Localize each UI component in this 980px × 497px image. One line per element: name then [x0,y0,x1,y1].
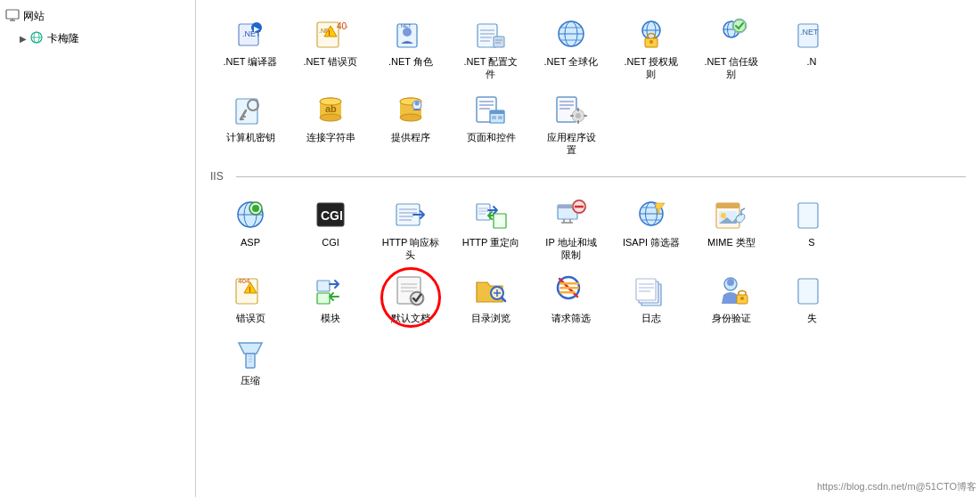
icon-isapi-filter[interactable]: ISAPI 筛选器 [611,190,691,265]
dotnet-trust-label: .NET 信任级别 [705,55,759,81]
svg-rect-70 [559,108,570,110]
dotnet-compiler-icon: .NET ▶ [233,16,268,52]
icon-dotnet-role[interactable]: .NET .NET 角色 [371,9,451,85]
compress-icon [233,335,268,371]
icon-dir-browse[interactable]: 目录浏览 [451,265,531,328]
http-response-icon [393,197,429,232]
dotnet-config-label: .NET 配置文件 [464,55,519,81]
icon-http-redirect[interactable]: HTTP 重定向 [451,190,531,265]
icon-app-settings[interactable]: 应用程序设置 [531,85,611,160]
icon-cgi[interactable]: CGI CGI [290,190,371,265]
svg-point-35 [649,40,653,44]
iis-extra-label: S [808,236,814,248]
svg-point-81 [252,205,259,212]
iis-section-label: IIS [210,170,966,183]
asp-label: ASP [241,236,260,248]
connection-string-icon: ab [313,92,348,127]
auth-verify-label: 身份验证 [712,312,751,324]
svg-text:404: 404 [238,277,250,285]
app-settings-label: 应用程序设置 [547,131,596,157]
ip-domain-label: IP 地址和域限制 [545,236,596,262]
icon-ip-domain[interactable]: IP 地址和域限制 [531,190,611,265]
icon-machine-key[interactable]: 计算机密钥 [210,85,290,160]
sidebar-cameron-label: 卡梅隆 [47,31,79,46]
log-label: 日志 [641,312,661,324]
machine-key-icon [233,92,268,127]
iis-row1: ASP CGI CGI [210,190,966,265]
icon-missing2[interactable]: 失 [772,265,852,328]
icon-asp[interactable]: ASP [210,190,290,265]
asp-icon [233,197,268,232]
svg-rect-65 [492,116,496,119]
last-row: 压缩 [210,328,966,390]
main-content: .NET ▶ .NET 编译器 .NET ! 404 .NET 错误页 [196,0,980,497]
request-filter-label: 请求筛选 [551,312,591,324]
svg-rect-89 [477,204,490,220]
mime-type-icon [714,197,749,232]
request-filter-icon [553,273,589,308]
default-doc-icon [393,273,429,308]
sidebar-website-label: 网站 [23,9,45,24]
icon-mime-type[interactable]: MIME 类型 [691,190,772,265]
svg-point-50 [320,114,341,121]
svg-rect-66 [498,116,502,119]
svg-rect-43 [236,99,257,124]
error-page-icon: ! 404 [233,273,268,308]
page-controls-icon [473,92,509,127]
machine-key-label: 计算机密钥 [226,131,275,143]
svg-rect-74 [577,120,579,124]
dotnet-global-label: .NET 全球化 [544,55,599,68]
svg-rect-121 [317,293,330,304]
icon-dotnet-trust[interactable]: .NET 信任级别 [691,9,772,85]
svg-text:.NET: .NET [800,28,819,37]
dotnet-error-icon: .NET ! 404 [313,16,348,52]
sidebar-item-cameron[interactable]: ▶ 卡梅隆 [0,28,195,50]
icon-compress[interactable]: 压缩 [210,328,290,390]
icon-iis-extra[interactable]: S [772,190,852,265]
http-redirect-label: HTTP 重定向 [462,236,520,248]
svg-rect-68 [559,101,574,102]
icon-page-controls[interactable]: 页面和控件 [451,85,531,160]
icon-dotnet-compiler[interactable]: .NET ▶ .NET 编译器 [210,9,290,85]
icon-connection-string[interactable]: ab 连接字符串 [290,85,371,160]
http-response-label: HTTP 响应标头 [382,236,440,262]
svg-rect-134 [559,282,579,285]
dotnet-role-icon: .NET [393,16,429,52]
icon-dotnet-extra[interactable]: .NET .N [772,9,852,85]
icon-dotnet-config[interactable]: .NET 配置文件 [451,9,531,85]
icon-request-filter[interactable]: 请求筛选 [531,265,611,328]
auth-verify-icon [714,273,749,308]
svg-rect-62 [479,108,490,110]
icon-module[interactable]: 模块 [290,265,371,328]
dotnet-error-label: .NET 错误页 [304,55,358,68]
dotnet-compiler-label: .NET 编译器 [224,55,278,68]
svg-text:ab: ab [325,103,337,114]
svg-marker-148 [239,343,262,354]
icon-error-page[interactable]: ! 404 错误页 [210,265,290,328]
svg-rect-115 [798,203,818,228]
svg-rect-136 [559,291,576,294]
http-redirect-icon [473,197,509,232]
mime-type-label: MIME 类型 [707,236,755,248]
icon-provider[interactable]: 提供程序 [371,85,451,160]
dotnet-extra-icon: .NET [794,16,829,52]
cgi-icon: CGI [313,197,348,232]
icon-http-response[interactable]: HTTP 响应标头 [371,190,451,265]
svg-text:!: ! [328,29,331,37]
icon-dotnet-global[interactable]: .NET 全球化 [531,9,611,85]
log-icon [633,273,669,308]
svg-text:▶: ▶ [254,25,260,33]
icon-default-doc[interactable]: 默认文档 [371,265,451,328]
icon-dotnet-error[interactable]: .NET ! 404 .NET 错误页 [290,9,371,85]
icon-dotnet-auth[interactable]: .NET 授权规则 [611,9,691,85]
ip-domain-icon [553,197,589,232]
svg-rect-23 [494,37,504,47]
svg-rect-109 [716,203,739,208]
icon-log[interactable]: 日志 [611,265,691,328]
sidebar-item-website[interactable]: 网站 [0,5,195,28]
module-icon [313,273,348,308]
icon-auth-verify[interactable]: 身份验证 [691,265,772,328]
svg-rect-69 [559,104,574,106]
iis-row2: ! 404 错误页 模块 [210,265,966,328]
missing2-icon [794,273,829,308]
